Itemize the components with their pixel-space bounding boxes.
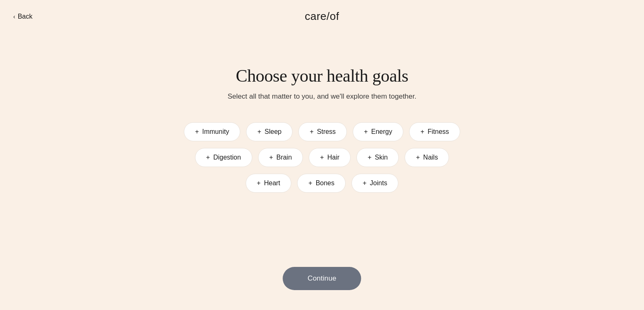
main-content: Choose your health goals Select all that…	[0, 33, 644, 193]
goal-chip-bones[interactable]: + Bones	[297, 174, 346, 193]
goal-label-stress: Stress	[317, 128, 336, 136]
plus-icon: +	[308, 179, 312, 187]
plus-icon: +	[269, 154, 273, 161]
page-subtitle: Select all that matter to you, and we'll…	[228, 92, 417, 101]
goal-chip-sleep[interactable]: + Sleep	[246, 122, 293, 141]
goals-container: + Immunity + Sleep + Stress + Energy + F…	[184, 122, 460, 193]
goal-chip-immunity[interactable]: + Immunity	[184, 122, 240, 141]
plus-icon: +	[206, 154, 210, 161]
plus-icon: +	[320, 154, 324, 161]
plus-icon: +	[257, 128, 261, 136]
goal-chip-skin[interactable]: + Skin	[356, 148, 399, 167]
goal-label-brain: Brain	[276, 154, 292, 161]
continue-button[interactable]: Continue	[283, 267, 361, 290]
goal-chip-fitness[interactable]: + Fitness	[409, 122, 460, 141]
goal-label-hair: Hair	[327, 154, 339, 161]
back-button[interactable]: ‹ Back	[13, 13, 32, 20]
plus-icon: +	[310, 128, 313, 136]
plus-icon: +	[368, 154, 371, 161]
plus-icon: +	[420, 128, 424, 136]
logo: care/of	[305, 10, 339, 23]
goal-chip-energy[interactable]: + Energy	[353, 122, 403, 141]
plus-icon: +	[257, 179, 261, 187]
goal-chip-digestion[interactable]: + Digestion	[195, 148, 252, 167]
plus-icon: +	[363, 179, 366, 187]
page-title: Choose your health goals	[236, 66, 408, 86]
goal-chip-nails[interactable]: + Nails	[405, 148, 449, 167]
goal-label-energy: Energy	[371, 128, 392, 136]
goal-chip-stress[interactable]: + Stress	[298, 122, 347, 141]
goal-label-nails: Nails	[423, 154, 438, 161]
goals-row-1: + Immunity + Sleep + Stress + Energy + F…	[184, 122, 460, 141]
plus-icon: +	[416, 154, 420, 161]
goals-row-2: + Digestion + Brain + Hair + Skin + Nail…	[195, 148, 449, 167]
goal-label-skin: Skin	[375, 154, 388, 161]
goal-chip-heart[interactable]: + Heart	[246, 174, 291, 193]
goal-label-joints: Joints	[370, 179, 387, 187]
back-label: Back	[18, 13, 33, 20]
goal-label-heart: Heart	[264, 179, 280, 187]
goal-label-sleep: Sleep	[265, 128, 282, 136]
plus-icon: +	[195, 128, 199, 136]
goal-label-digestion: Digestion	[213, 154, 241, 161]
goal-label-bones: Bones	[316, 179, 334, 187]
goal-chip-hair[interactable]: + Hair	[309, 148, 351, 167]
goal-chip-brain[interactable]: + Brain	[258, 148, 303, 167]
goal-chip-joints[interactable]: + Joints	[351, 174, 398, 193]
back-chevron-icon: ‹	[13, 13, 15, 20]
goals-row-3: + Heart + Bones + Joints	[246, 174, 398, 193]
plus-icon: +	[364, 128, 368, 136]
goal-label-fitness: Fitness	[428, 128, 449, 136]
goal-label-immunity: Immunity	[202, 128, 229, 136]
header: ‹ Back care/of	[0, 0, 644, 33]
